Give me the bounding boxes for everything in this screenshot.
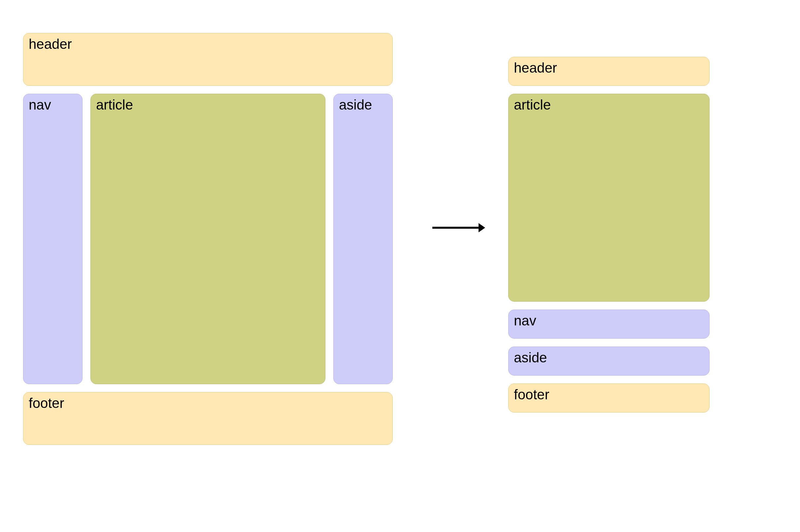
narrow-aside-block: aside (508, 346, 709, 376)
wide-middle-row: nav article aside (23, 94, 393, 384)
layout-diagram: header nav article aside footer header (23, 33, 776, 495)
wide-nav-label: nav (29, 97, 51, 113)
wide-header-label: header (29, 36, 72, 52)
wide-header-block: header (23, 33, 393, 86)
arrow-icon (432, 221, 485, 234)
svg-marker-1 (479, 223, 485, 232)
wide-article-block: article (91, 94, 325, 384)
narrow-article-label: article (514, 97, 551, 113)
wide-article-label: article (96, 97, 133, 113)
narrow-header-label: header (514, 60, 557, 76)
wide-footer-block: footer (23, 392, 393, 445)
narrow-article-block: article (508, 94, 709, 302)
wide-aside-block: aside (333, 94, 393, 384)
narrow-aside-label: aside (514, 350, 547, 365)
narrow-header-block: header (508, 57, 709, 86)
wide-aside-label: aside (339, 97, 372, 113)
narrow-footer-block: footer (508, 383, 709, 413)
wide-layout: header nav article aside footer (23, 33, 393, 445)
narrow-layout: header article nav aside footer (508, 57, 709, 420)
wide-footer-label: footer (29, 395, 64, 411)
narrow-nav-label: nav (514, 313, 536, 328)
wide-nav-block: nav (23, 94, 82, 384)
narrow-nav-block: nav (508, 309, 709, 339)
narrow-footer-label: footer (514, 387, 549, 402)
